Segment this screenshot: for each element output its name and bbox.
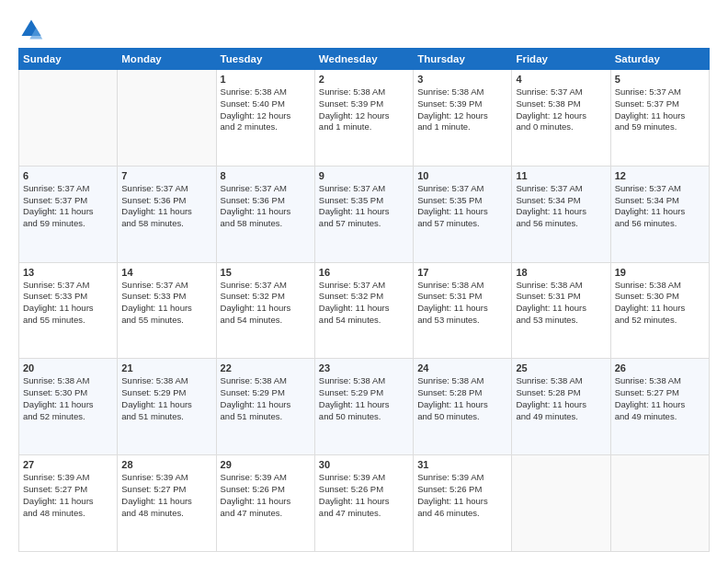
day-number: 17 bbox=[417, 267, 507, 278]
day-number: 11 bbox=[516, 170, 606, 181]
day-number: 8 bbox=[221, 170, 311, 181]
calendar-cell: 25Sunrise: 5:38 AM Sunset: 5:28 PM Dayli… bbox=[512, 359, 610, 455]
calendar-cell bbox=[512, 455, 610, 552]
cell-details: Sunrise: 5:37 AM Sunset: 5:32 PM Dayligh… bbox=[221, 280, 311, 327]
cell-details: Sunrise: 5:38 AM Sunset: 5:30 PM Dayligh… bbox=[615, 280, 705, 327]
cell-details: Sunrise: 5:38 AM Sunset: 5:31 PM Dayligh… bbox=[516, 280, 606, 327]
day-number: 27 bbox=[23, 459, 113, 470]
calendar-cell bbox=[610, 455, 709, 552]
day-number: 18 bbox=[516, 267, 606, 278]
calendar-cell: 28Sunrise: 5:39 AM Sunset: 5:27 PM Dayli… bbox=[118, 455, 216, 552]
day-number: 29 bbox=[221, 459, 311, 470]
calendar-cell: 29Sunrise: 5:39 AM Sunset: 5:26 PM Dayli… bbox=[216, 455, 314, 552]
day-number: 19 bbox=[615, 267, 705, 278]
day-number: 13 bbox=[23, 267, 113, 278]
calendar-row: 1Sunrise: 5:38 AM Sunset: 5:40 PM Daylig… bbox=[19, 70, 710, 167]
day-number: 9 bbox=[319, 170, 409, 181]
logo bbox=[18, 17, 48, 42]
calendar-cell: 24Sunrise: 5:38 AM Sunset: 5:28 PM Dayli… bbox=[414, 359, 512, 455]
calendar-cell: 27Sunrise: 5:39 AM Sunset: 5:27 PM Dayli… bbox=[19, 455, 118, 552]
cell-details: Sunrise: 5:37 AM Sunset: 5:33 PM Dayligh… bbox=[121, 280, 211, 327]
calendar-cell: 21Sunrise: 5:38 AM Sunset: 5:29 PM Dayli… bbox=[118, 359, 216, 455]
cell-details: Sunrise: 5:38 AM Sunset: 5:27 PM Dayligh… bbox=[615, 375, 705, 422]
cell-details: Sunrise: 5:39 AM Sunset: 5:27 PM Dayligh… bbox=[23, 472, 113, 519]
cell-details: Sunrise: 5:39 AM Sunset: 5:26 PM Dayligh… bbox=[221, 472, 311, 519]
calendar-cell: 15Sunrise: 5:37 AM Sunset: 5:32 PM Dayli… bbox=[216, 262, 314, 359]
calendar-cell: 13Sunrise: 5:37 AM Sunset: 5:33 PM Dayli… bbox=[19, 262, 118, 359]
cell-details: Sunrise: 5:38 AM Sunset: 5:39 PM Dayligh… bbox=[417, 86, 507, 133]
calendar-cell: 18Sunrise: 5:38 AM Sunset: 5:31 PM Dayli… bbox=[512, 262, 610, 359]
calendar-cell: 11Sunrise: 5:37 AM Sunset: 5:34 PM Dayli… bbox=[512, 166, 610, 262]
cell-details: Sunrise: 5:38 AM Sunset: 5:31 PM Dayligh… bbox=[417, 280, 507, 327]
header-cell-wednesday: Wednesday bbox=[314, 49, 413, 70]
day-number: 28 bbox=[121, 459, 211, 470]
cell-details: Sunrise: 5:38 AM Sunset: 5:29 PM Dayligh… bbox=[319, 375, 409, 422]
logo-icon bbox=[18, 17, 44, 42]
day-number: 15 bbox=[221, 267, 311, 278]
calendar-header: SundayMondayTuesdayWednesdayThursdayFrid… bbox=[19, 49, 710, 70]
cell-details: Sunrise: 5:38 AM Sunset: 5:29 PM Dayligh… bbox=[121, 375, 211, 422]
calendar-cell: 20Sunrise: 5:38 AM Sunset: 5:30 PM Dayli… bbox=[19, 359, 118, 455]
cell-details: Sunrise: 5:38 AM Sunset: 5:39 PM Dayligh… bbox=[319, 86, 409, 133]
calendar-cell: 8Sunrise: 5:37 AM Sunset: 5:36 PM Daylig… bbox=[216, 166, 314, 262]
page: SundayMondayTuesdayWednesdayThursdayFrid… bbox=[0, 0, 728, 563]
cell-details: Sunrise: 5:39 AM Sunset: 5:26 PM Dayligh… bbox=[417, 472, 507, 519]
cell-details: Sunrise: 5:39 AM Sunset: 5:27 PM Dayligh… bbox=[121, 472, 211, 519]
calendar-cell: 2Sunrise: 5:38 AM Sunset: 5:39 PM Daylig… bbox=[314, 70, 413, 167]
day-number: 14 bbox=[121, 267, 211, 278]
calendar-cell: 26Sunrise: 5:38 AM Sunset: 5:27 PM Dayli… bbox=[610, 359, 709, 455]
calendar-cell: 3Sunrise: 5:38 AM Sunset: 5:39 PM Daylig… bbox=[414, 70, 512, 167]
day-number: 2 bbox=[319, 74, 409, 85]
calendar-row: 20Sunrise: 5:38 AM Sunset: 5:30 PM Dayli… bbox=[19, 359, 710, 455]
day-number: 22 bbox=[221, 362, 311, 373]
calendar-cell: 6Sunrise: 5:37 AM Sunset: 5:37 PM Daylig… bbox=[19, 166, 118, 262]
cell-details: Sunrise: 5:37 AM Sunset: 5:33 PM Dayligh… bbox=[23, 280, 113, 327]
calendar-cell: 14Sunrise: 5:37 AM Sunset: 5:33 PM Dayli… bbox=[118, 262, 216, 359]
calendar-cell: 7Sunrise: 5:37 AM Sunset: 5:36 PM Daylig… bbox=[118, 166, 216, 262]
header-cell-thursday: Thursday bbox=[414, 49, 512, 70]
day-number: 24 bbox=[417, 362, 507, 373]
header-cell-sunday: Sunday bbox=[19, 49, 118, 70]
header-cell-tuesday: Tuesday bbox=[216, 49, 314, 70]
day-number: 16 bbox=[319, 267, 409, 278]
day-number: 26 bbox=[615, 362, 705, 373]
day-number: 3 bbox=[417, 74, 507, 85]
day-number: 1 bbox=[221, 74, 311, 85]
day-number: 6 bbox=[23, 170, 113, 181]
header-row: SundayMondayTuesdayWednesdayThursdayFrid… bbox=[19, 49, 710, 70]
cell-details: Sunrise: 5:38 AM Sunset: 5:28 PM Dayligh… bbox=[516, 375, 606, 422]
header bbox=[18, 17, 710, 42]
calendar-cell: 5Sunrise: 5:37 AM Sunset: 5:37 PM Daylig… bbox=[610, 70, 709, 167]
cell-details: Sunrise: 5:37 AM Sunset: 5:36 PM Dayligh… bbox=[221, 183, 311, 230]
day-number: 31 bbox=[417, 459, 507, 470]
header-cell-saturday: Saturday bbox=[610, 49, 709, 70]
calendar-row: 6Sunrise: 5:37 AM Sunset: 5:37 PM Daylig… bbox=[19, 166, 710, 262]
day-number: 5 bbox=[615, 74, 705, 85]
day-number: 4 bbox=[516, 74, 606, 85]
calendar-cell bbox=[118, 70, 216, 167]
day-number: 7 bbox=[121, 170, 211, 181]
day-number: 21 bbox=[121, 362, 211, 373]
calendar-row: 27Sunrise: 5:39 AM Sunset: 5:27 PM Dayli… bbox=[19, 455, 710, 552]
day-number: 25 bbox=[516, 362, 606, 373]
day-number: 10 bbox=[417, 170, 507, 181]
calendar-cell: 17Sunrise: 5:38 AM Sunset: 5:31 PM Dayli… bbox=[414, 262, 512, 359]
day-number: 23 bbox=[319, 362, 409, 373]
calendar-cell: 22Sunrise: 5:38 AM Sunset: 5:29 PM Dayli… bbox=[216, 359, 314, 455]
calendar-cell: 1Sunrise: 5:38 AM Sunset: 5:40 PM Daylig… bbox=[216, 70, 314, 167]
cell-details: Sunrise: 5:37 AM Sunset: 5:34 PM Dayligh… bbox=[516, 183, 606, 230]
calendar-cell: 4Sunrise: 5:37 AM Sunset: 5:38 PM Daylig… bbox=[512, 70, 610, 167]
header-cell-friday: Friday bbox=[512, 49, 610, 70]
calendar-cell bbox=[19, 70, 118, 167]
day-number: 30 bbox=[319, 459, 409, 470]
cell-details: Sunrise: 5:39 AM Sunset: 5:26 PM Dayligh… bbox=[319, 472, 409, 519]
cell-details: Sunrise: 5:37 AM Sunset: 5:37 PM Dayligh… bbox=[23, 183, 113, 230]
cell-details: Sunrise: 5:37 AM Sunset: 5:37 PM Dayligh… bbox=[615, 86, 705, 133]
cell-details: Sunrise: 5:37 AM Sunset: 5:34 PM Dayligh… bbox=[615, 183, 705, 230]
calendar-cell: 16Sunrise: 5:37 AM Sunset: 5:32 PM Dayli… bbox=[314, 262, 413, 359]
calendar-cell: 19Sunrise: 5:38 AM Sunset: 5:30 PM Dayli… bbox=[610, 262, 709, 359]
calendar-cell: 10Sunrise: 5:37 AM Sunset: 5:35 PM Dayli… bbox=[414, 166, 512, 262]
calendar-body: 1Sunrise: 5:38 AM Sunset: 5:40 PM Daylig… bbox=[19, 70, 710, 552]
cell-details: Sunrise: 5:37 AM Sunset: 5:38 PM Dayligh… bbox=[516, 86, 606, 133]
cell-details: Sunrise: 5:38 AM Sunset: 5:40 PM Dayligh… bbox=[221, 86, 311, 133]
